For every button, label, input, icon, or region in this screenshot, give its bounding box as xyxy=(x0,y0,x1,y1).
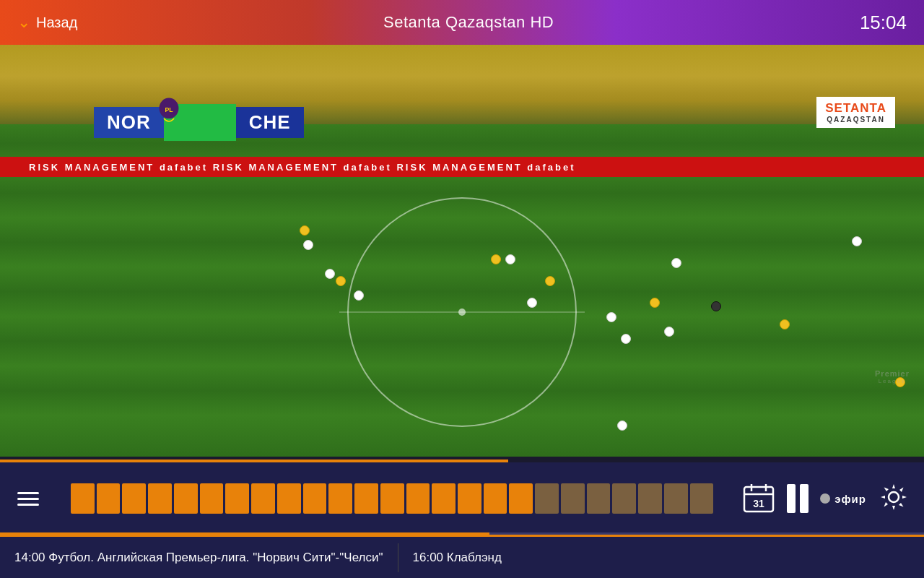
progress-seg-23 xyxy=(638,483,662,514)
player-yellow-1 xyxy=(300,225,310,236)
progress-seg-18 xyxy=(509,483,533,514)
progress-seg-3 xyxy=(122,483,146,514)
premier-league-badge: PL xyxy=(155,97,183,127)
progress-seg-6 xyxy=(200,483,224,514)
progress-seg-20 xyxy=(561,483,585,514)
right-controls: 31 эфир xyxy=(742,481,910,516)
player-white-6 xyxy=(606,312,616,322)
settings-button[interactable] xyxy=(878,481,910,516)
player-yellow-3 xyxy=(491,254,501,264)
player-yellow-2 xyxy=(336,276,346,286)
progress-seg-7 xyxy=(225,483,249,514)
live-label: эфир xyxy=(834,493,866,505)
progress-seg-5 xyxy=(174,483,198,514)
progress-seg-22 xyxy=(612,483,636,514)
player-white-10 xyxy=(671,258,681,268)
progress-seg-11 xyxy=(328,483,352,514)
team-away-label: CHE xyxy=(236,107,304,138)
watermark-line2: League xyxy=(875,378,910,384)
progress-seg-10 xyxy=(303,483,327,514)
program-bar: 14:00 Футбол. Английская Премьер-лига. "… xyxy=(0,535,924,578)
top-bar: ⌄ Назад Setanta Qazaqstan HD 15:04 xyxy=(0,0,924,45)
calendar-button[interactable]: 31 xyxy=(742,482,775,515)
chevron-down-icon: ⌄ xyxy=(17,13,30,32)
progress-seg-15 xyxy=(432,483,456,514)
back-button[interactable]: ⌄ Назад xyxy=(17,13,77,32)
progress-seg-2 xyxy=(97,483,121,514)
hamburger-line-2 xyxy=(17,498,39,500)
progress-seg-17 xyxy=(484,483,507,514)
channel-title: Setanta Qazaqstan HD xyxy=(383,13,554,32)
progress-seg-24 xyxy=(664,483,688,514)
ad-text: RISK MANAGEMENT dafabet RISK MANAGEMENT … xyxy=(0,162,605,173)
watermark-line1: Premier xyxy=(875,369,910,378)
player-white-1 xyxy=(303,240,313,250)
progress-seg-14 xyxy=(406,483,430,514)
player-yellow-6 xyxy=(780,319,790,329)
live-button[interactable]: эфир xyxy=(820,493,866,505)
progress-seg-16 xyxy=(458,483,481,514)
player-white-3 xyxy=(354,290,364,301)
player-white-4 xyxy=(505,254,515,264)
hamburger-line-1 xyxy=(17,492,39,494)
progress-seg-21 xyxy=(587,483,611,514)
video-area[interactable]: RISK MANAGEMENT dafabet RISK MANAGEMENT … xyxy=(0,45,924,457)
pitch-background: RISK MANAGEMENT dafabet RISK MANAGEMENT … xyxy=(0,45,924,457)
progress-bar[interactable] xyxy=(56,483,728,514)
pause-bar-right xyxy=(800,484,808,513)
clock-display: 15:04 xyxy=(860,12,907,34)
setanta-logo-line1: SETANTA xyxy=(825,101,886,116)
svg-text:PL: PL xyxy=(165,106,173,113)
progress-seg-4 xyxy=(148,483,172,514)
referee xyxy=(711,301,721,311)
svg-text:31: 31 xyxy=(753,498,764,509)
score-overlay: NOR CHE xyxy=(94,104,304,141)
live-indicator-dot xyxy=(820,493,830,504)
next-program: 16:00 Клаблэнд xyxy=(398,551,925,565)
player-yellow-4 xyxy=(545,276,555,286)
player-white-11 xyxy=(852,236,862,246)
progress-seg-13 xyxy=(380,483,404,514)
hamburger-button[interactable] xyxy=(14,489,42,509)
pause-button[interactable] xyxy=(787,484,808,513)
player-white-5 xyxy=(527,298,537,308)
hamburger-line-3 xyxy=(17,504,39,506)
progress-thin-line xyxy=(0,532,924,535)
setanta-logo: SETANTA QAZAQSTAN xyxy=(816,97,895,128)
svg-rect-0 xyxy=(178,108,222,131)
progress-seg-19 xyxy=(535,483,559,514)
svg-point-11 xyxy=(889,492,899,502)
progress-seg-8 xyxy=(251,483,275,514)
current-program: 14:00 Футбол. Английская Премьер-лига. "… xyxy=(0,551,398,565)
ad-board: RISK MANAGEMENT dafabet RISK MANAGEMENT … xyxy=(0,157,924,177)
back-label: Назад xyxy=(36,14,77,31)
player-yellow-5 xyxy=(650,298,660,308)
player-white-9 xyxy=(664,327,674,337)
progress-seg-9 xyxy=(277,483,301,514)
center-circle xyxy=(339,189,585,438)
progress-seg-25 xyxy=(690,483,714,514)
control-bar: 31 эфир xyxy=(0,462,924,535)
player-white-2 xyxy=(325,269,335,279)
player-white-7 xyxy=(621,334,631,344)
setanta-logo-line2: QAZAQSTAN xyxy=(825,116,886,124)
team-home-label: NOR xyxy=(94,107,164,138)
pause-bar-left xyxy=(787,484,796,513)
player-white-8 xyxy=(617,420,627,431)
progress-seg-12 xyxy=(354,483,378,514)
progress-seg-1 xyxy=(71,483,95,514)
channel-watermark: Premier League xyxy=(875,369,910,384)
